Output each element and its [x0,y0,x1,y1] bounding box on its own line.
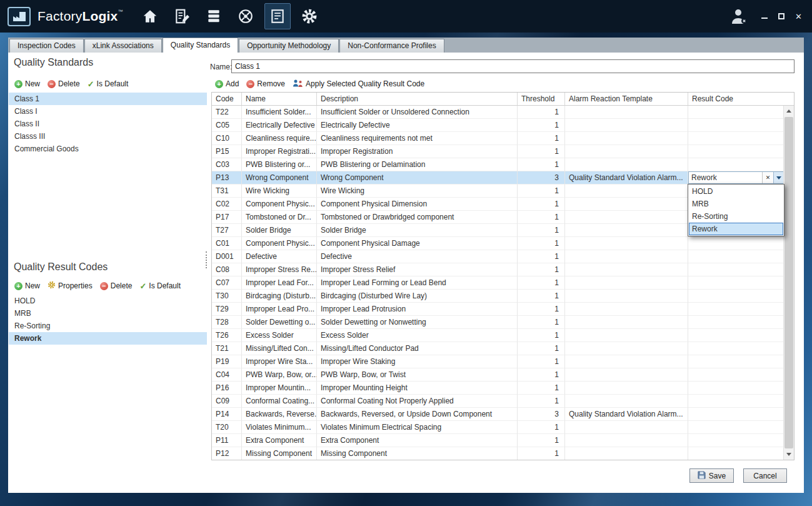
result-code-cell [688,158,784,171]
name-input[interactable] [231,59,794,73]
list-item[interactable]: Class I [9,105,207,118]
table-row[interactable]: D001DefectiveDefective1 [212,250,784,263]
dropdown-option[interactable]: HOLD [689,185,783,198]
table-row[interactable]: C05Electrically DefectiveElectrically De… [212,119,784,132]
result-code-cell [688,382,784,395]
list-item[interactable]: Class 1 [9,93,207,105]
list-item[interactable]: Re-Sorting [9,320,207,332]
process-edit-icon[interactable] [169,3,195,29]
list-item[interactable]: MRB [9,307,207,320]
apply-result-code-button[interactable]: Apply Selected Quality Result Code [293,79,424,89]
new-button[interactable]: + New [14,281,40,290]
scrollbar-thumb[interactable] [784,117,793,448]
name-cell: Solder Dewetting o... [242,316,317,329]
tab-opportunity-methodology[interactable]: Opportunity Methodology [239,39,339,53]
vertical-scrollbar[interactable] [783,106,794,460]
table-row[interactable]: T21Missing/Lifted Con...Missing/Lifted C… [212,342,784,355]
column-header[interactable]: Threshold [518,93,565,105]
result-code-cell [688,106,784,119]
is-default-label: Is Default [97,79,129,88]
name-cell: Component Physic... [242,237,317,250]
alarm-template-cell [565,342,688,355]
home-icon[interactable] [137,3,163,29]
cancel-button[interactable]: Cancel [743,468,787,483]
tab-inspection-codes[interactable]: Inspection Codes [9,39,84,53]
trademark: ™ [118,9,123,14]
delete-button[interactable]: − Delete [100,281,133,290]
splitter-handle[interactable] [206,251,207,268]
column-header[interactable]: Code [212,93,242,105]
is-default-button[interactable]: ✓ Is Default [88,79,129,88]
table-row[interactable]: P14Backwards, Reverse...Backwards, Rever… [212,408,784,421]
table-row[interactable]: P16Improper Mountin...Improper Mounting … [212,382,784,395]
result-code-combo[interactable]: Rework✕ [688,171,784,184]
table-row[interactable]: C04PWB Warp, Bow, or...PWB Warp, Bow, or… [212,368,784,382]
list-item[interactable]: Classs III [9,130,207,143]
table-row[interactable]: T22Insufficient Solder...Insufficient So… [212,106,784,119]
save-button[interactable]: Save [689,468,734,483]
is-default-button[interactable]: ✓ Is Default [139,281,181,290]
documents-stack-icon[interactable] [201,3,227,29]
dropdown-option[interactable]: MRB [689,198,783,210]
code-cell: T22 [212,106,242,119]
new-button[interactable]: + New [14,79,40,88]
quality-report-icon[interactable] [264,3,291,29]
table-row[interactable]: C10Cleanliness require...Cleanliness req… [212,132,784,145]
column-header[interactable]: Alarm Reaction Template [565,93,688,105]
alarm-template-cell [565,224,688,237]
description-cell: Improper Lead Forming or Lead Bend [317,276,518,290]
scroll-up-icon[interactable] [784,106,794,116]
scroll-down-icon[interactable] [784,449,794,460]
table-row[interactable]: T29Improper Lead Pro...Improper Lead Pro… [212,303,784,316]
table-row[interactable]: C01Component Physic...Component Physical… [212,237,784,250]
alarm-template-cell [565,119,688,132]
tab-xlink-associations[interactable]: xLink Associations [84,39,162,53]
table-row[interactable]: T26Excess SolderExcess Solder1 [212,329,784,342]
column-header[interactable]: Result Code [688,93,784,105]
list-item[interactable]: HOLD [9,295,207,307]
table-row[interactable]: P19Improper Wire Sta...Improper Wire Sta… [212,355,784,368]
tab-quality-standards[interactable]: Quality Standards [163,38,238,53]
column-header[interactable]: Description [317,93,518,105]
description-cell: Violates Minimum Electrical Spacing [317,421,518,434]
list-item[interactable]: Commercial Goods [9,143,207,155]
list-item[interactable]: Class II [9,118,207,130]
table-row[interactable]: P11Extra ComponentExtra Component1 [212,434,784,447]
gear-icon[interactable] [296,3,323,29]
table-row[interactable]: C07Improper Lead For...Improper Lead For… [212,276,784,290]
chevron-down-icon[interactable] [773,172,783,183]
brand-factory: Factory [38,9,82,23]
column-header[interactable]: Name [242,93,317,105]
delete-button[interactable]: − Delete [48,79,80,88]
description-cell: Defective [317,250,518,263]
remove-button[interactable]: − Remove [246,79,285,88]
table-row[interactable]: C09Conformal Coating...Conformal Coating… [212,395,784,408]
clear-icon[interactable]: ✕ [762,172,773,183]
table-row[interactable]: P15Improper Registrati...Improper Regist… [212,145,784,158]
minimize-icon[interactable] [761,18,768,19]
table-row[interactable]: T28Solder Dewetting o...Solder Dewetting… [212,316,784,329]
table-row[interactable]: C03PWB Blistering or...PWB Blistering or… [212,158,784,171]
gear-icon [48,281,56,291]
table-row[interactable]: C08Improper Stress Re...Improper Stress … [212,263,784,276]
minus-circle-icon: − [100,282,108,290]
close-icon[interactable]: ✕ [795,13,802,21]
result-code-cell [688,434,784,447]
alarm-template-cell [565,211,688,224]
dispatch-wheel-icon[interactable] [233,3,259,29]
dropdown-option[interactable]: Rework [689,223,783,235]
properties-button[interactable]: Properties [48,281,93,291]
result-code-cell [688,145,784,158]
table-row[interactable]: T30Birdcaging (Disturb...Birdcaging (Dis… [212,290,784,303]
tab-non-conformance-profiles[interactable]: Non-Conformance Profiles [339,39,444,53]
table-row[interactable]: T20Violates Minimum...Violates Minimum E… [212,421,784,434]
dropdown-option[interactable]: Re-Sorting [689,210,783,223]
name-cell: Defective [242,250,317,263]
user-session-icon[interactable] [730,8,749,24]
table-row[interactable]: P13Wrong ComponentWrong Component3Qualit… [212,171,784,185]
list-item[interactable]: Rework [9,332,207,345]
add-button[interactable]: + Add [215,79,239,88]
maximize-icon[interactable] [778,13,784,19]
name-cell: Excess Solder [242,329,317,342]
table-row[interactable]: P12Missing ComponentMissing Component1 [212,447,784,460]
